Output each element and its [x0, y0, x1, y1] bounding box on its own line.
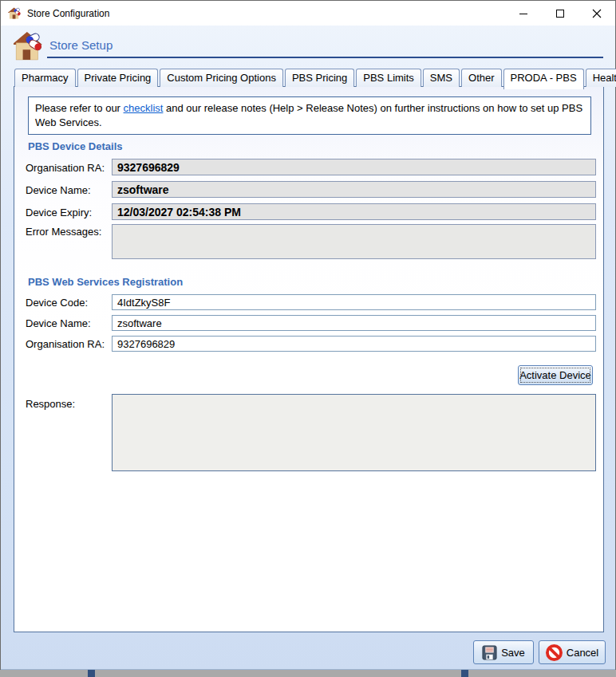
header-divider — [47, 57, 603, 58]
registration-device-name-input[interactable] — [112, 315, 596, 331]
cancel-no-entry-icon — [546, 644, 563, 661]
window-title: Store Configuration — [27, 8, 109, 19]
maximize-button[interactable] — [542, 1, 578, 26]
activate-device-button[interactable]: Activate Device — [518, 365, 593, 385]
close-icon — [592, 9, 602, 18]
store-configuration-window: Store Configuration — [0, 0, 616, 677]
pbs-web-services-registration-heading: PBS Web Services Registration — [28, 276, 183, 288]
close-button[interactable] — [578, 1, 615, 26]
tab-other[interactable]: Other — [461, 69, 502, 87]
title-bar: Store Configuration — [1, 1, 615, 26]
tab-pbs-limits[interactable]: PBS Limits — [356, 69, 421, 87]
save-button-label: Save — [501, 647, 525, 659]
tab-health-services[interactable]: Health Services — [586, 69, 616, 87]
save-floppy-icon — [482, 645, 497, 660]
tab-pharmacy[interactable]: Pharmacy — [14, 69, 76, 87]
background-artifact — [88, 669, 95, 677]
checklist-link[interactable]: checklist — [124, 102, 164, 114]
app-house-icon — [8, 6, 22, 20]
save-button[interactable]: Save — [473, 640, 534, 664]
tab-pbs-pricing[interactable]: PBS Pricing — [285, 69, 354, 87]
dialog-body: Store Setup Pharmacy Private Pricing Cus… — [1, 26, 615, 670]
device-code-input[interactable] — [112, 294, 596, 310]
device-expiry-label: Device Expiry: — [26, 207, 92, 218]
tab-label: PBS Limits — [363, 72, 414, 84]
tab-private-pricing[interactable]: Private Pricing — [77, 69, 159, 87]
tab-custom-pricing-options[interactable]: Custom Pricing Options — [160, 69, 283, 87]
background-window-edge — [0, 669, 616, 677]
tab-label: Private Pricing — [85, 72, 152, 84]
cancel-button-label: Cancel — [567, 647, 598, 659]
tab-strip: Pharmacy Private Pricing Custom Pricing … — [14, 69, 603, 88]
cancel-button[interactable]: Cancel — [539, 640, 606, 664]
tab-label: Other — [468, 72, 495, 84]
page-title: Store Setup — [49, 38, 113, 52]
response-label: Response: — [26, 398, 75, 410]
tab-proda-pbs[interactable]: PRODA - PBS — [503, 69, 584, 89]
proda-pbs-tab-panel: Please refer to our checklist and our re… — [14, 86, 604, 632]
response-field — [112, 394, 596, 471]
background-artifact — [461, 669, 468, 677]
device-name-field — [112, 181, 596, 198]
organisation-ra-field — [112, 159, 596, 175]
pbs-device-details-heading: PBS Device Details — [28, 140, 123, 152]
error-messages-field — [112, 224, 596, 259]
tab-sms[interactable]: SMS — [423, 69, 460, 87]
tab-label: PBS Pricing — [292, 72, 347, 84]
registration-device-name-label: Device Name: — [26, 317, 91, 329]
setup-instructions-notice: Please refer to our checklist and our re… — [28, 96, 591, 135]
registration-organisation-ra-input[interactable] — [112, 336, 596, 352]
tab-label: Custom Pricing Options — [167, 72, 276, 84]
tab-label: SMS — [430, 72, 452, 84]
maximize-icon — [555, 9, 565, 18]
minimize-button[interactable] — [505, 1, 542, 26]
device-code-label: Device Code: — [26, 297, 88, 309]
window-controls — [505, 1, 615, 26]
device-name-label: Device Name: — [26, 184, 91, 196]
notice-text: Please refer to our — [35, 102, 124, 114]
registration-organisation-ra-label: Organisation RA: — [26, 338, 105, 350]
minimize-icon — [519, 9, 528, 18]
store-setup-house-icon — [14, 30, 44, 61]
error-messages-label: Error Messages: — [26, 226, 101, 238]
tab-label: Health Services — [593, 72, 616, 84]
tab-label: Pharmacy — [22, 72, 69, 84]
device-expiry-field — [112, 203, 596, 220]
dialog-frame: Store Configuration — [0, 0, 616, 670]
tab-label: PRODA - PBS — [511, 72, 577, 84]
organisation-ra-label: Organisation RA: — [26, 162, 105, 174]
